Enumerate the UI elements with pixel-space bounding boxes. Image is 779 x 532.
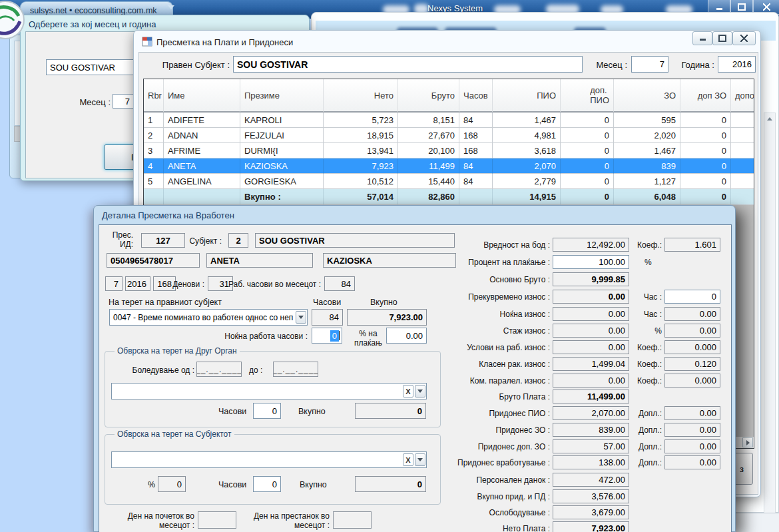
detail-amount-field[interactable]: 1,499.04 xyxy=(553,357,629,371)
grid-cell[interactable]: 11,499 xyxy=(398,158,459,174)
grid-cell[interactable] xyxy=(731,113,754,128)
detail-extra-field[interactable]: 0 xyxy=(664,290,720,304)
embg-field[interactable]: 0504965478017 xyxy=(107,253,200,268)
grid-header-row[interactable]: RbrИмеПрезимеНетоБрутоЧасовПИОдоп. ПИОЗО… xyxy=(144,79,754,113)
grid-cell[interactable]: 0 xyxy=(561,174,614,189)
detail-extra-field[interactable]: 0.120 xyxy=(664,357,720,371)
grid-cell[interactable]: Презиме xyxy=(240,79,324,113)
grid-cell[interactable]: Бруто xyxy=(398,79,459,113)
grid-cell[interactable]: 5 xyxy=(144,174,164,189)
grid-cell[interactable]: 84 xyxy=(459,158,493,174)
grid-cell[interactable]: 0 xyxy=(680,143,731,158)
table-row[interactable]: 2ADNANFEJZULAI18,91527,6701684,98102,020… xyxy=(144,128,754,143)
table-row[interactable]: 4ANETAKAZIOSKA7,92311,499842,07008390 xyxy=(144,158,754,174)
grid-cell[interactable] xyxy=(731,174,754,189)
detail-month-field[interactable]: 7 xyxy=(105,276,123,291)
grid-cell[interactable]: ПИО xyxy=(493,79,561,113)
detail-amount-field[interactable]: 11,499.00 xyxy=(553,390,629,403)
grid-cell[interactable]: 8,151 xyxy=(398,113,459,128)
work-hours-field[interactable]: 84 xyxy=(324,276,355,291)
grid-cell[interactable]: 168 xyxy=(459,128,493,143)
detail-amount-field[interactable]: 138.00 xyxy=(553,455,629,469)
grid-cell[interactable] xyxy=(731,128,754,143)
grid-cell[interactable]: 10,512 xyxy=(324,174,398,189)
grid-cell[interactable]: 1,467 xyxy=(493,113,561,128)
pay-item-combo[interactable]: 0047 - Време поминато во работен однос с… xyxy=(109,309,308,326)
detail-amount-field[interactable]: 0.00 xyxy=(553,290,629,304)
detail-amount-field[interactable]: 0.00 xyxy=(553,324,629,338)
grid-cell[interactable]: ADIFETE xyxy=(164,113,240,128)
detail-extra-field[interactable]: 0.00 xyxy=(664,423,720,437)
grid-cell[interactable]: ANGELINA xyxy=(164,174,240,189)
month-input[interactable]: 7 xyxy=(113,94,134,109)
payroll-maximize-button[interactable] xyxy=(712,31,732,45)
detail-amount-field[interactable]: 3,679.00 xyxy=(553,505,629,519)
grid-cell[interactable]: 20,100 xyxy=(398,143,459,158)
detail-extra-field[interactable]: 0.000 xyxy=(664,374,720,388)
detail-extra-field[interactable]: 1.601 xyxy=(664,238,720,252)
grid-cell[interactable]: GORGIESKA xyxy=(240,174,324,189)
night-work-input[interactable]: 0 xyxy=(312,328,342,344)
detail-extra-field[interactable]: 0.000 xyxy=(664,340,720,354)
grid-cell[interactable]: 13,941 xyxy=(324,143,398,158)
detail-amount-field[interactable]: 7,923.00 xyxy=(553,521,629,532)
subject-field[interactable]: SOU GOSTIVAR xyxy=(233,56,583,73)
detail-amount-field[interactable]: 0.00 xyxy=(553,307,629,321)
detail-amount-field[interactable]: 839.00 xyxy=(553,423,629,437)
detail-extra-field[interactable]: 0.00 xyxy=(664,324,720,338)
grid-cell[interactable]: 595 xyxy=(614,113,680,128)
grid-cell[interactable]: FEJZULAI xyxy=(240,128,324,143)
payroll-year-field[interactable]: 2016 xyxy=(718,56,756,73)
grid-cell[interactable]: 839 xyxy=(614,158,680,174)
grid-cell[interactable]: 2 xyxy=(144,128,164,143)
detail-extra-field[interactable]: 0.00 xyxy=(664,406,720,420)
grid-cell[interactable]: 1 xyxy=(144,113,164,128)
grid-cell[interactable]: 0 xyxy=(561,158,614,174)
day-end-field[interactable] xyxy=(333,511,372,529)
grid-cell[interactable] xyxy=(731,158,754,174)
subject-percent-field[interactable]: 0 xyxy=(158,476,186,492)
grid-cell[interactable]: 168 xyxy=(459,143,493,158)
day-start-field[interactable] xyxy=(198,511,236,529)
grid-cell[interactable]: Часов xyxy=(459,79,493,113)
grid-cell[interactable]: допо xyxy=(731,79,754,113)
detail-amount-field[interactable]: 0.00 xyxy=(553,374,629,388)
other-org-hours-input[interactable]: 0 xyxy=(253,403,281,419)
grid-cell[interactable]: 2,779 xyxy=(493,174,561,189)
mdi-vertical-scrollbar[interactable] xyxy=(764,113,776,525)
grid-cell[interactable] xyxy=(731,143,754,158)
subject-hours-input[interactable]: 0 xyxy=(253,476,281,492)
detail-extra-field[interactable]: 0.00 xyxy=(664,455,720,469)
subject-code-field[interactable]: 2 xyxy=(228,233,248,248)
pay-hours-field[interactable]: 84 xyxy=(312,309,343,326)
grid-cell[interactable]: 0 xyxy=(680,174,731,189)
detail-amount-field[interactable]: 2,070.00 xyxy=(553,406,629,420)
detail-extra-field[interactable]: 0.00 xyxy=(664,439,720,453)
calc-id-field[interactable]: 127 xyxy=(141,233,185,248)
scroll-up-icon[interactable] xyxy=(767,117,772,121)
sick-from-input[interactable]: __.__.____ xyxy=(196,362,242,377)
grid-cell[interactable]: Rbr xyxy=(144,79,164,113)
grid-cell[interactable]: ANETA xyxy=(164,158,240,174)
detail-year-field[interactable]: 2016 xyxy=(125,276,150,291)
table-row[interactable]: 1ADIFETEKAPROLI5,7238,151841,46705950 xyxy=(144,113,754,128)
grid-cell[interactable]: 18,915 xyxy=(324,128,398,143)
grid-cell[interactable]: доп. ПИО xyxy=(561,79,614,113)
grid-cell[interactable]: 3,618 xyxy=(493,143,561,158)
detail-extra-field[interactable]: 0.00 xyxy=(664,307,720,321)
grid-cell[interactable]: 0 xyxy=(561,128,614,143)
grid-cell[interactable]: 4 xyxy=(144,158,164,174)
grid-cell[interactable]: 0 xyxy=(680,128,731,143)
grid-cell[interactable]: 0 xyxy=(561,143,614,158)
detail-amount-field[interactable]: 3,576.00 xyxy=(553,489,629,503)
grid-cell[interactable]: 2,070 xyxy=(493,158,561,174)
payroll-minimize-button[interactable] xyxy=(692,31,712,45)
grid-cell[interactable]: Нето xyxy=(324,79,398,113)
detail-amount-field[interactable]: 12,492.00 xyxy=(553,238,629,252)
table-row[interactable]: 3AFRIMEDURMI{I13,94120,1001683,61801,467… xyxy=(144,143,754,158)
grid-cell[interactable]: 0 xyxy=(680,158,731,174)
grid-cell[interactable]: KAZIOSKA xyxy=(240,158,324,174)
grid-cell[interactable]: 84 xyxy=(459,174,493,189)
grid-cell[interactable]: 15,440 xyxy=(398,174,459,189)
grid-cell[interactable]: доп ЗО xyxy=(680,79,731,113)
